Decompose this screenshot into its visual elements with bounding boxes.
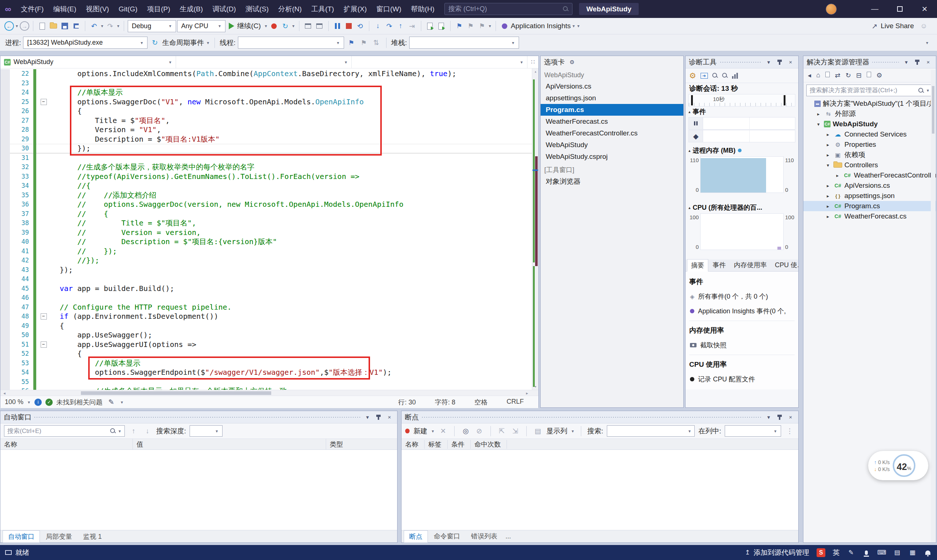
issues-status[interactable]: 未找到相关问题 xyxy=(56,398,103,407)
breakpoint-margin[interactable] xyxy=(0,312,10,322)
save-all-icon[interactable] xyxy=(71,21,81,31)
bookmark-dropdown[interactable]: ▾ xyxy=(489,23,491,29)
outline-margin[interactable] xyxy=(36,79,51,88)
scroll-left-icon[interactable]: ◂ xyxy=(0,390,8,396)
chart-icon[interactable] xyxy=(732,73,738,79)
code-line[interactable]: 25− options.SwaggerDoc("V1", new Microso… xyxy=(0,97,539,107)
minimize-button[interactable]: — xyxy=(862,0,887,18)
zoom-out-icon[interactable] xyxy=(722,73,728,78)
code-line[interactable]: 32 //生成多个版本显示，获取枚举类中的每个枚举的名字 xyxy=(0,163,539,172)
range-end-handle[interactable] xyxy=(784,95,785,105)
breakpoint-margin[interactable] xyxy=(0,79,10,88)
next-bookmark-icon[interactable]: ⚑ xyxy=(477,21,487,31)
outline-margin[interactable] xyxy=(36,163,51,172)
tree-item[interactable]: ▸⚙Properties xyxy=(803,140,936,150)
refresh-icon[interactable]: ↻ xyxy=(280,21,291,31)
notifications-bell-icon[interactable] xyxy=(924,549,932,557)
member-dropdown[interactable]: ▾ xyxy=(352,56,528,68)
switch-views-icon[interactable] xyxy=(825,71,830,79)
clipboard-icon[interactable]: ▤ xyxy=(893,549,901,557)
menu-item-1[interactable]: 编辑(E) xyxy=(48,0,81,18)
pin-icon[interactable] xyxy=(917,60,918,65)
new-breakpoint-button[interactable]: 新建 xyxy=(413,426,427,436)
step-over-icon[interactable]: ↷ xyxy=(384,21,395,31)
drag-handle[interactable] xyxy=(422,416,761,418)
breakpoint-margin[interactable] xyxy=(0,135,10,144)
breakpoint-margin[interactable] xyxy=(0,163,10,172)
outline-margin[interactable] xyxy=(36,293,51,303)
continue-dropdown[interactable]: ▾ xyxy=(265,23,267,29)
menu-item-8[interactable]: 分析(N) xyxy=(274,0,306,18)
panel-tab[interactable]: 局部变量 xyxy=(41,531,77,542)
hot-path-icon[interactable] xyxy=(269,21,279,31)
network-speed-widget[interactable]: ↑ 0 K/s ↓ 0 K/s 42 % xyxy=(868,451,928,480)
outline-margin[interactable] xyxy=(36,331,51,340)
code-line[interactable]: 36 // options.SwaggerDoc(version, new Mi… xyxy=(0,200,539,209)
save-icon[interactable] xyxy=(60,21,70,31)
menu-item-5[interactable]: 生成(B) xyxy=(175,0,208,18)
show-columns-button[interactable]: 显示列 xyxy=(546,426,567,436)
open-document-tab[interactable]: WebApiStudy.csproj xyxy=(541,151,683,163)
new-file-icon[interactable] xyxy=(37,21,47,31)
properties-icon[interactable]: ⚙ xyxy=(876,71,882,79)
expander-icon[interactable]: ▸ xyxy=(825,214,831,219)
code-line[interactable]: 30 }); xyxy=(0,144,539,153)
add-to-source-control-button[interactable]: 添加到源代码管理 xyxy=(754,548,809,557)
code-line[interactable]: 23 xyxy=(0,79,539,88)
grid-icon[interactable]: ▦ xyxy=(908,549,917,557)
breakpoint-margin[interactable] xyxy=(0,247,10,256)
panel-tab[interactable]: 命令窗口 xyxy=(429,530,465,543)
expander-icon[interactable]: ▸ xyxy=(825,193,831,199)
breakpoints-search-input[interactable] xyxy=(610,428,686,435)
code-line[interactable]: 33 //typeof(ApiVersions).GetEnumNames().… xyxy=(0,172,539,182)
memory-usage-ring[interactable]: 42 % xyxy=(893,454,915,477)
diagnostics-tab[interactable]: 摘要 xyxy=(687,259,708,272)
breakpoint-margin[interactable] xyxy=(0,377,10,387)
scroll-up-icon[interactable]: ▴ xyxy=(532,69,539,74)
outline-margin[interactable] xyxy=(36,377,51,387)
horizontal-scrollbar[interactable]: ◂ ▸ xyxy=(0,390,539,395)
code-line[interactable]: 43}); xyxy=(0,265,539,275)
cpu-section-header[interactable]: ▴CPU (所有处理器的百... xyxy=(686,202,798,213)
all-events-row[interactable]: ◈所有事件(0 个，共 0 个) xyxy=(689,289,795,304)
open-folder-icon[interactable] xyxy=(48,21,58,31)
close-icon[interactable]: × xyxy=(786,59,795,65)
outline-margin[interactable] xyxy=(36,247,51,256)
outline-margin[interactable] xyxy=(36,153,51,163)
open-document-tab[interactable]: 对象浏览器 xyxy=(541,176,683,188)
breakpoint-margin[interactable] xyxy=(0,106,10,116)
breakpoint-margin[interactable] xyxy=(0,88,10,97)
solution-scrollbar[interactable] xyxy=(931,70,935,542)
application-insights-dropdown[interactable]: ▾ xyxy=(572,23,575,29)
code-line[interactable]: 55 xyxy=(0,377,539,387)
toggle-all-icon[interactable]: ⊘ xyxy=(474,426,484,436)
breakpoint-margin[interactable] xyxy=(0,153,10,163)
breakpoint-margin[interactable] xyxy=(0,172,10,182)
breakpoint-margin[interactable] xyxy=(0,125,10,135)
outline-margin[interactable] xyxy=(36,265,51,275)
outline-margin[interactable] xyxy=(36,274,51,284)
collapse-region-icon[interactable]: − xyxy=(41,313,47,320)
close-icon[interactable]: × xyxy=(786,414,795,420)
close-button[interactable]: × xyxy=(912,0,937,18)
toolbar-overflow[interactable]: ▾ xyxy=(577,23,579,29)
outline-margin[interactable] xyxy=(36,125,51,135)
breakpoint-margin[interactable] xyxy=(0,228,10,237)
window-position-dropdown[interactable]: ▾ xyxy=(902,59,911,66)
tree-item[interactable]: ▸C#WeatherForecastController.cs xyxy=(803,170,936,180)
outline-margin[interactable] xyxy=(36,191,51,200)
expander-icon[interactable]: ▸ xyxy=(815,111,822,117)
continue-button[interactable]: 继续(C) xyxy=(226,21,263,31)
show-all-files-icon[interactable] xyxy=(867,71,871,79)
maximize-button[interactable] xyxy=(887,0,912,18)
breakpoint-margin[interactable] xyxy=(0,293,10,303)
open-document-tab[interactable]: ApiVersions.cs xyxy=(541,80,683,92)
search-options-dropdown[interactable]: ▾ xyxy=(927,88,929,93)
breakpoint-margin[interactable] xyxy=(0,200,10,209)
breakpoint-margin[interactable] xyxy=(0,340,10,349)
export-icon[interactable]: ➜ xyxy=(700,73,708,79)
expander-icon[interactable]: ▸ xyxy=(825,183,831,189)
memory-section-header[interactable]: ▴进程内存 (MB) xyxy=(686,145,798,155)
quick-search-box[interactable] xyxy=(444,3,572,15)
outline-margin[interactable] xyxy=(36,88,51,97)
